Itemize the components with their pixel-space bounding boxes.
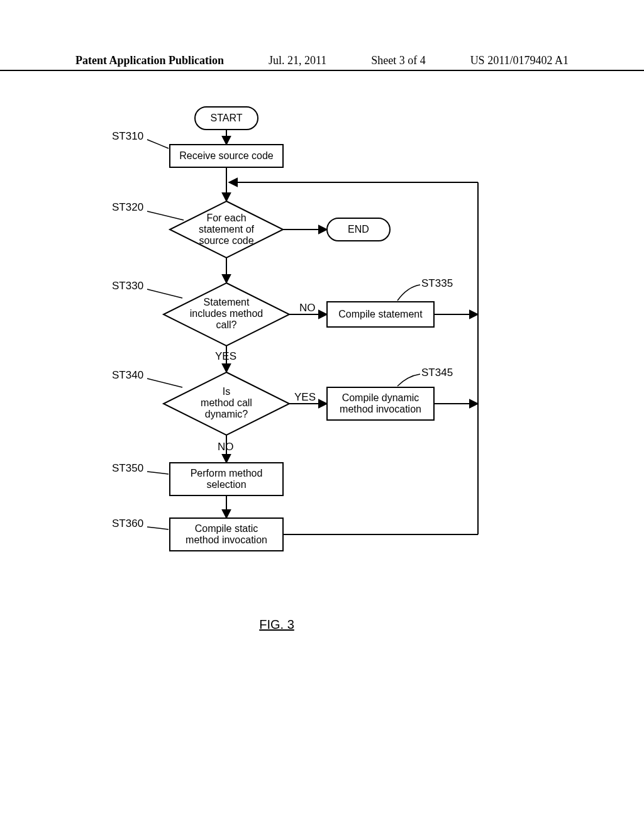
- st330-yes: YES: [215, 350, 236, 362]
- svg-line-5: [147, 140, 169, 148]
- st330-no: NO: [299, 302, 316, 314]
- svg-text:includes method: includes method: [190, 308, 264, 319]
- st340-label: ST340: [112, 369, 143, 381]
- st320-label: ST320: [112, 201, 143, 213]
- svg-text:dynamic?: dynamic?: [205, 409, 248, 419]
- st310-label: ST310: [112, 130, 143, 142]
- start-node: START: [195, 107, 258, 130]
- diagram-canvas: START Receive source code ST310 For each…: [0, 101, 644, 729]
- svg-text:call?: call?: [216, 319, 237, 330]
- st345-label: ST345: [421, 367, 453, 379]
- svg-text:Compile dynamic: Compile dynamic: [342, 392, 419, 403]
- st340-node: Is method call dynamic?: [164, 372, 289, 435]
- svg-line-30: [147, 379, 182, 387]
- st350-node: Perform method selection: [170, 463, 283, 495]
- svg-text:Is: Is: [223, 386, 230, 397]
- svg-text:statement of: statement of: [199, 224, 255, 235]
- svg-line-21: [147, 289, 182, 298]
- svg-text:method invocation: method invocation: [340, 404, 421, 414]
- st335-label: ST335: [421, 277, 453, 289]
- st310-node: Receive source code: [170, 145, 283, 167]
- svg-text:END: END: [348, 224, 369, 235]
- svg-line-39: [147, 472, 169, 474]
- svg-text:Statement: Statement: [204, 297, 250, 307]
- svg-text:For each: For each: [206, 213, 246, 223]
- svg-text:method invocation: method invocation: [186, 534, 267, 545]
- st340-no: NO: [218, 441, 234, 453]
- svg-text:Receive source code: Receive source code: [179, 150, 274, 161]
- svg-text:START: START: [211, 113, 243, 123]
- svg-text:Compile static: Compile static: [195, 523, 258, 534]
- header-date: Jul. 21, 2011: [269, 54, 326, 67]
- svg-text:source code: source code: [199, 235, 253, 246]
- svg-text:Compile statement: Compile statement: [338, 309, 423, 319]
- svg-line-44: [147, 527, 169, 529]
- st345-node: Compile dynamic method invocation: [327, 387, 434, 420]
- st330-node: Statement includes method call?: [164, 283, 289, 346]
- page: Patent Application Publication Jul. 21, …: [0, 0, 644, 830]
- header-pubno: US 2011/0179402 A1: [470, 54, 569, 67]
- st360-label: ST360: [112, 517, 143, 529]
- header-publication: Patent Application Publication: [75, 54, 224, 67]
- svg-line-12: [147, 211, 184, 220]
- figure-caption: FIG. 3: [259, 617, 294, 631]
- st335-node: Compile statement: [327, 302, 434, 327]
- svg-text:method call: method call: [201, 397, 252, 408]
- st320-node: For each statement of source code: [170, 201, 283, 258]
- st350-label: ST350: [112, 462, 143, 474]
- page-header: Patent Application Publication Jul. 21, …: [0, 54, 644, 71]
- st330-label: ST330: [112, 280, 143, 292]
- header-sheet: Sheet 3 of 4: [371, 54, 425, 67]
- end-node: END: [327, 218, 390, 241]
- st360-node: Compile static method invocation: [170, 518, 283, 551]
- svg-text:Perform method: Perform method: [191, 468, 263, 479]
- svg-text:selection: selection: [206, 479, 246, 490]
- st340-yes: YES: [294, 391, 316, 403]
